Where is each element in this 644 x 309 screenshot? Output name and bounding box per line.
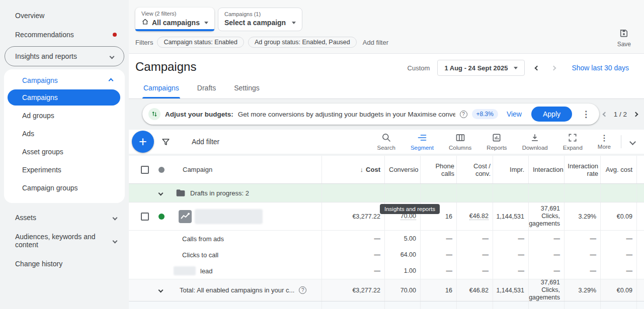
drafts-in-progress-row[interactable]: Drafts in progress: 2 xyxy=(129,184,644,202)
column-header-cost[interactable]: ↓ Cost xyxy=(322,156,385,183)
conversion-action-label: lead xyxy=(200,267,213,275)
filter-icon[interactable] xyxy=(161,137,171,147)
sidebar-item-campaigns[interactable]: Campaigns xyxy=(8,89,120,106)
search-button[interactable]: Search xyxy=(377,133,395,151)
phone-calls-cell: — xyxy=(421,263,457,279)
sidebar-item-insights-and-reports[interactable]: Insights and reports xyxy=(5,46,124,66)
sidebar-item-label: Recommendations xyxy=(15,31,74,39)
total-row: Total: All enabled campaigns in your c..… xyxy=(129,279,644,301)
avg-cost-cell: — xyxy=(601,247,637,263)
view-selector[interactable]: View (2 filters) All campaigns xyxy=(135,8,214,31)
sidebar-item-assets[interactable]: Assets xyxy=(0,208,129,227)
action-label: Segment xyxy=(411,145,434,151)
cost-cell: — xyxy=(322,263,385,279)
cost-per-conv-cell: — xyxy=(457,263,493,279)
tab-campaigns[interactable]: Campaigns xyxy=(142,78,180,98)
expand-icon xyxy=(568,133,578,144)
segment-button[interactable]: Segment xyxy=(411,133,434,151)
sidebar-item-ad-groups[interactable]: Ad groups xyxy=(4,107,125,125)
apply-button[interactable]: Apply xyxy=(531,107,572,122)
sidebar-section-label: Campaigns xyxy=(22,76,58,84)
select-all-checkbox[interactable] xyxy=(141,166,149,174)
impressions-cell: — xyxy=(493,231,529,247)
filter-chip-campaign-status[interactable]: Campaign status: Enabled xyxy=(157,37,244,48)
partial-next-row xyxy=(129,301,644,309)
chevron-left-icon xyxy=(534,65,539,70)
tab-settings[interactable]: Settings xyxy=(233,78,261,98)
campaign-selector-label: Campaigns (1) xyxy=(224,11,296,17)
date-mode-label: Custom xyxy=(408,64,430,72)
column-header-conversions[interactable]: Conversio xyxy=(385,156,421,183)
conversion-breakdown-row[interactable]: lead — 1.00 — — — — — — xyxy=(129,263,644,279)
previous-date-range-button[interactable] xyxy=(532,63,541,72)
sidebar-item-label: Campaign groups xyxy=(22,184,78,192)
help-icon[interactable]: ? xyxy=(299,286,306,294)
help-glyph: ? xyxy=(301,287,304,293)
column-header-cost-per-conv[interactable]: Cost / conv. xyxy=(457,156,493,183)
sidebar-item-recommendations[interactable]: Recommendations xyxy=(0,25,129,44)
sidebar-section-campaigns[interactable]: Campaigns xyxy=(4,71,125,88)
column-header-avg-cost[interactable]: Avg. cost xyxy=(601,156,637,183)
row-checkbox[interactable] xyxy=(141,213,149,221)
columns-icon xyxy=(455,133,465,144)
interactions-cell: 37,691 Clicks, gagements xyxy=(529,279,565,301)
top-strip: View (2 filters) All campaigns Campaigns… xyxy=(129,0,644,54)
campaigns-table: Insights and reports Campaign ↓ Cost Con… xyxy=(129,156,644,309)
previous-recommendation-button[interactable] xyxy=(601,110,610,119)
add-filter-link[interactable]: Add filter xyxy=(363,39,388,46)
next-date-range-button[interactable] xyxy=(549,63,558,72)
collapse-toolbar-button[interactable] xyxy=(630,140,644,144)
total-label: Total: All enabled campaigns in your c..… xyxy=(180,286,294,294)
action-label: Search xyxy=(377,145,395,151)
column-header-interactions[interactable]: Interaction xyxy=(529,156,565,183)
sidebar-item-asset-groups[interactable]: Asset groups xyxy=(4,143,125,161)
column-header-interaction-rate[interactable]: Interaction rate xyxy=(565,156,601,183)
chevron-down-icon[interactable] xyxy=(158,190,164,195)
sidebar-item-experiments[interactable]: Experiments xyxy=(4,161,125,179)
expand-button[interactable]: Expand xyxy=(563,133,583,151)
save-button[interactable]: Save xyxy=(617,28,631,48)
cost-per-conv-value: €46.82 xyxy=(469,213,489,220)
date-range-value: 1 Aug - 24 Sept 2025 xyxy=(444,64,508,72)
tab-drafts[interactable]: Drafts xyxy=(196,78,217,98)
reports-button[interactable]: Reports xyxy=(487,133,507,151)
show-last-30-days-link[interactable]: Show last 30 days xyxy=(572,64,629,72)
sidebar-item-overview[interactable]: Overview xyxy=(0,6,129,25)
toolbar-divider xyxy=(621,135,621,148)
column-header-phone-calls[interactable]: Phone calls xyxy=(421,156,457,183)
insights-chart-icon[interactable] xyxy=(179,210,192,223)
chevron-left-icon xyxy=(603,112,608,117)
columns-button[interactable]: Columns xyxy=(449,133,471,151)
download-icon xyxy=(530,133,540,144)
table-toolbar: + Add filter Search Segment Columns xyxy=(129,130,644,154)
segment-icon xyxy=(417,133,427,144)
sidebar-item-change-history[interactable]: Change history xyxy=(0,254,129,273)
sidebar-item-ads[interactable]: Ads xyxy=(4,125,125,143)
conversion-breakdown-row[interactable]: Calls from ads — 5.00 — — — — — — xyxy=(129,231,644,247)
sidebar-item-label: Ads xyxy=(22,130,34,138)
interactions-type: Clicks, xyxy=(541,286,560,294)
new-campaign-button[interactable]: + xyxy=(132,131,154,153)
banner-more-options-icon[interactable]: ⋮ xyxy=(577,109,595,120)
cost-per-conv-cell: — xyxy=(457,231,493,247)
toolbar-add-filter-button[interactable]: Add filter xyxy=(192,138,219,146)
page-header: Campaigns Custom 1 Aug - 24 Sept 2025 Sh… xyxy=(129,54,644,99)
view-recommendation-link[interactable]: View xyxy=(507,110,522,118)
next-recommendation-button[interactable] xyxy=(631,110,640,119)
date-range-selector[interactable]: 1 Aug - 24 Sept 2025 xyxy=(437,60,525,76)
view-selector-value: All campaigns xyxy=(152,19,200,27)
help-icon[interactable]: ? xyxy=(460,111,467,118)
download-button[interactable]: Download xyxy=(522,133,548,151)
filter-chip-ad-group-status[interactable]: Ad group status: Enabled, Paused xyxy=(248,37,357,48)
campaign-selector[interactable]: Campaigns (1) Select a campaign xyxy=(218,8,302,31)
phone-calls-cell: 16 xyxy=(421,279,457,301)
sidebar-item-audiences-keywords-content[interactable]: Audiences, keywords and content xyxy=(0,227,129,254)
search-icon xyxy=(381,133,391,144)
conversion-breakdown-row[interactable]: Clicks to call — 64.00 — — — — — — xyxy=(129,247,644,263)
chevron-down-icon[interactable] xyxy=(158,288,164,293)
more-button[interactable]: ⋮ More xyxy=(598,134,611,150)
column-header-impressions[interactable]: Impr. xyxy=(493,156,529,183)
sidebar-item-label: Experiments xyxy=(22,166,61,174)
column-header-campaign[interactable]: Campaign xyxy=(183,166,212,173)
sidebar-item-campaign-groups[interactable]: Campaign groups xyxy=(4,179,125,197)
